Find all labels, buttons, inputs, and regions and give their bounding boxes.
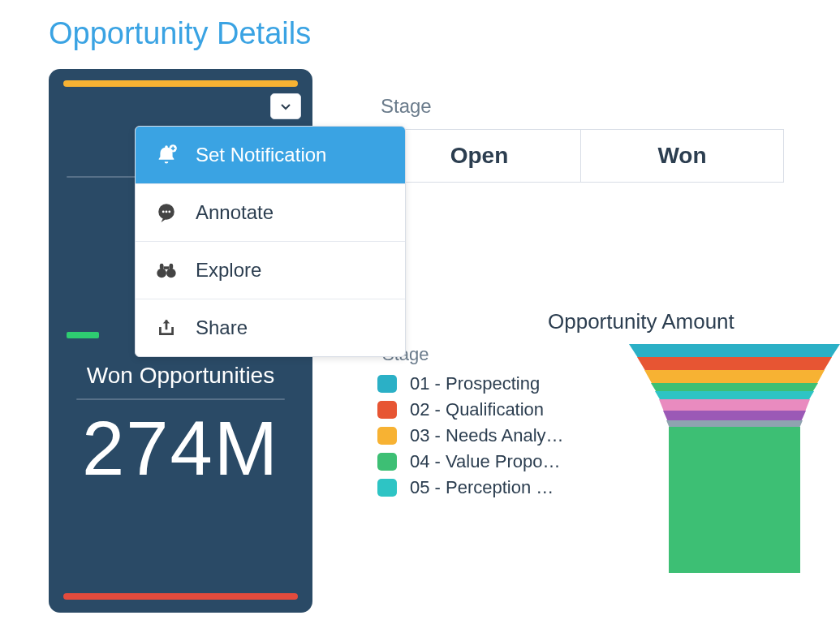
won-opportunities-card: Won Opportunities 274M Set Notification … (49, 69, 312, 613)
menu-annotate[interactable]: Annotate (136, 183, 405, 241)
tab-open[interactable]: Open (378, 130, 581, 182)
legend-label: 03 - Needs Analy… (410, 425, 564, 446)
svg-rect-8 (170, 264, 174, 269)
card-menu-trigger[interactable] (270, 93, 301, 119)
swatch-icon (377, 453, 397, 471)
legend-title: Stage (382, 344, 621, 365)
tab-won[interactable]: Won (581, 130, 784, 182)
chart-legend: Stage 01 - Prospecting 02 - Qualificatio… (377, 344, 621, 503)
legend-item[interactable]: 01 - Prospecting (377, 373, 621, 394)
menu-item-label: Share (196, 316, 248, 339)
swatch-icon (377, 401, 397, 419)
svg-point-4 (168, 211, 170, 213)
binoculars-icon (152, 256, 181, 285)
funnel-segment (659, 399, 810, 411)
swatch-icon (377, 427, 397, 445)
funnel-segment-big (669, 427, 800, 573)
card-title-underline (76, 398, 285, 400)
svg-point-5 (157, 269, 166, 278)
legend-item[interactable]: 03 - Needs Analy… (377, 425, 621, 446)
funnel-segment (629, 344, 840, 357)
svg-point-3 (166, 211, 168, 213)
bell-plus-icon (152, 140, 181, 170)
legend-label: 04 - Value Propo… (410, 451, 560, 472)
menu-share[interactable]: Share (136, 299, 405, 356)
swatch-icon (377, 479, 397, 497)
legend-label: 05 - Perception … (410, 477, 554, 498)
legend-item[interactable]: 02 - Qualification (377, 399, 621, 420)
legend-label: 02 - Qualification (410, 399, 544, 420)
funnel-segment (663, 411, 806, 420)
funnel-segment (651, 383, 818, 391)
funnel-segment (666, 420, 803, 427)
right-column: Stage Open Won Opportunity Amount Stage … (377, 69, 840, 571)
menu-set-notification[interactable]: Set Notification (136, 127, 405, 183)
stage-label: Stage (381, 95, 840, 118)
svg-point-2 (162, 211, 165, 213)
svg-point-6 (166, 269, 176, 278)
svg-rect-7 (160, 264, 164, 269)
card-title: Won Opportunities (49, 363, 312, 389)
chart-title: Opportunity Amount (548, 309, 840, 334)
chevron-down-icon (281, 99, 291, 114)
menu-explore[interactable]: Explore (136, 241, 405, 299)
swatch-icon (377, 375, 397, 393)
funnel-chart: 27 (629, 344, 840, 571)
share-icon (152, 313, 181, 342)
svg-rect-9 (164, 266, 170, 269)
legend-item[interactable]: 05 - Perception … (377, 477, 621, 498)
card-top-stripe (63, 80, 298, 87)
card-big-value: 274M (49, 405, 312, 493)
speech-bubble-icon (152, 198, 181, 227)
menu-item-label: Explore (196, 259, 261, 282)
funnel-segment (655, 391, 814, 399)
legend-item[interactable]: 04 - Value Propo… (377, 451, 621, 472)
menu-item-label: Annotate (196, 201, 274, 224)
card-bottom-stripe (63, 593, 298, 600)
stage-tabs: Open Won (377, 129, 784, 183)
funnel-segment (637, 357, 832, 370)
card-menu-dropdown: Set Notification Annotate Explore (135, 126, 406, 357)
menu-item-label: Set Notification (196, 144, 326, 166)
page-title: Opportunity Details (49, 16, 840, 51)
funnel-segment (644, 370, 825, 383)
legend-label: 01 - Prospecting (410, 373, 540, 394)
